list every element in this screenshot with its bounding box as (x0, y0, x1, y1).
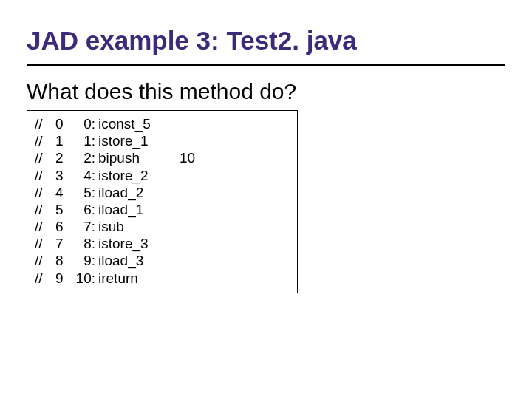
row-offset: 2: (72, 149, 98, 166)
bytecode-listing: // 0 0: iconst_5 // 1 1: istore_1 // 2 2… (27, 110, 298, 293)
row-index: 3 (55, 167, 72, 184)
row-opcode: istore_3 (98, 235, 180, 252)
row-operand (180, 235, 209, 252)
row-index: 4 (55, 184, 72, 201)
row-prefix: // (35, 270, 55, 287)
slide-subtitle: What does this method do? (27, 79, 505, 105)
row-offset: 6: (72, 201, 98, 218)
row-operand (180, 201, 209, 218)
code-row: // 9 10: ireturn (35, 270, 290, 287)
row-prefix: // (35, 132, 55, 149)
code-row: // 1 1: istore_1 (35, 132, 290, 149)
slide-title: JAD example 3: Test2. java (27, 27, 505, 66)
row-opcode: bipush (98, 149, 180, 166)
row-prefix: // (35, 115, 55, 132)
row-opcode: iload_2 (98, 184, 180, 201)
row-offset: 4: (72, 167, 98, 184)
row-prefix: // (35, 235, 55, 252)
code-row: // 2 2: bipush 10 (35, 149, 290, 166)
row-offset: 5: (72, 184, 98, 201)
row-opcode: isub (98, 218, 180, 235)
row-offset: 1: (72, 132, 98, 149)
row-operand (180, 252, 209, 269)
row-operand (180, 167, 209, 184)
row-operand (180, 218, 209, 235)
row-prefix: // (35, 201, 55, 218)
row-prefix: // (35, 167, 55, 184)
code-row: // 6 7: isub (35, 218, 290, 235)
row-index: 8 (55, 252, 72, 269)
row-prefix: // (35, 149, 55, 166)
row-opcode: iload_1 (98, 201, 180, 218)
row-index: 2 (55, 149, 72, 166)
row-offset: 10: (72, 270, 98, 287)
row-operand: 10 (180, 149, 209, 166)
row-index: 5 (55, 201, 72, 218)
code-row: // 0 0: iconst_5 (35, 115, 290, 132)
row-prefix: // (35, 252, 55, 269)
row-operand (180, 184, 209, 201)
row-opcode: ireturn (98, 270, 180, 287)
row-operand (180, 132, 209, 149)
code-row: // 8 9: iload_3 (35, 252, 290, 269)
row-opcode: iconst_5 (98, 115, 180, 132)
slide: JAD example 3: Test2. java What does thi… (0, 0, 532, 399)
row-prefix: // (35, 218, 55, 235)
code-row: // 4 5: iload_2 (35, 184, 290, 201)
row-index: 0 (55, 115, 72, 132)
row-operand (180, 115, 209, 132)
code-row: // 3 4: istore_2 (35, 167, 290, 184)
row-index: 1 (55, 132, 72, 149)
row-offset: 9: (72, 252, 98, 269)
row-index: 6 (55, 218, 72, 235)
row-offset: 0: (72, 115, 98, 132)
row-opcode: istore_2 (98, 167, 180, 184)
row-prefix: // (35, 184, 55, 201)
row-opcode: istore_1 (98, 132, 180, 149)
row-offset: 7: (72, 218, 98, 235)
row-offset: 8: (72, 235, 98, 252)
row-index: 9 (55, 270, 72, 287)
code-row: // 5 6: iload_1 (35, 201, 290, 218)
row-index: 7 (55, 235, 72, 252)
row-operand (180, 270, 209, 287)
row-opcode: iload_3 (98, 252, 180, 269)
code-row: // 7 8: istore_3 (35, 235, 290, 252)
